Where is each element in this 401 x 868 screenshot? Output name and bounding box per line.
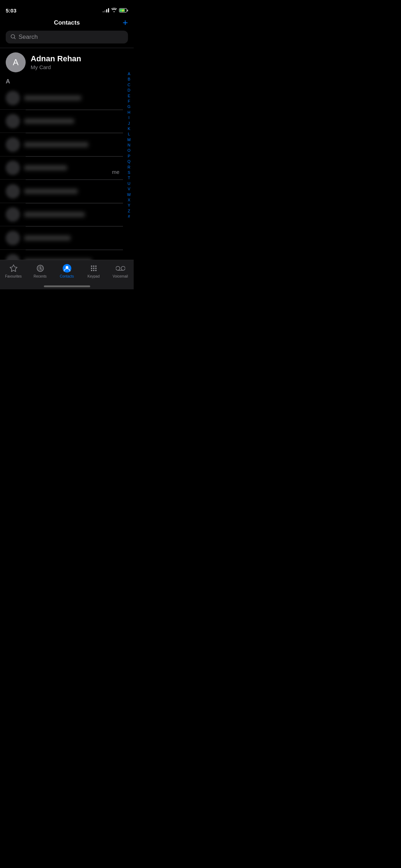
avatar: A bbox=[6, 52, 26, 72]
svg-point-9 bbox=[93, 268, 94, 269]
list-item[interactable] bbox=[0, 180, 123, 203]
alpha-P[interactable]: P bbox=[126, 154, 132, 159]
keypad-icon bbox=[89, 264, 98, 273]
list-item[interactable] bbox=[0, 87, 123, 110]
star-icon bbox=[9, 264, 18, 273]
my-card-label: My Card bbox=[31, 64, 81, 70]
svg-point-12 bbox=[93, 270, 94, 271]
alpha-D[interactable]: D bbox=[126, 88, 132, 93]
me-label: me bbox=[112, 169, 119, 175]
search-container: Search bbox=[0, 31, 134, 48]
list-item[interactable] bbox=[0, 133, 123, 156]
search-bar[interactable]: Search bbox=[6, 31, 128, 43]
alpha-G[interactable]: G bbox=[126, 104, 132, 109]
tab-favourites-label: Favourites bbox=[5, 274, 22, 278]
tab-keypad-label: Keypad bbox=[88, 274, 100, 278]
tab-voicemail-label: Voicemail bbox=[113, 274, 128, 278]
tab-contacts-label: Contacts bbox=[60, 274, 74, 278]
person-icon bbox=[62, 264, 72, 273]
alpha-Z[interactable]: Z bbox=[126, 208, 132, 214]
alphabet-index[interactable]: A B C D E F G H I J K L M N O P Q R S T … bbox=[126, 71, 132, 219]
battery-icon: ⚡ bbox=[119, 8, 128, 12]
alpha-M[interactable]: M bbox=[126, 137, 132, 143]
svg-point-13 bbox=[95, 270, 97, 271]
alpha-Q[interactable]: Q bbox=[126, 159, 132, 164]
my-card-info: Adnan Rehan My Card bbox=[31, 54, 81, 70]
tab-contacts[interactable]: Contacts bbox=[53, 264, 80, 278]
home-indicator bbox=[44, 285, 90, 287]
search-icon bbox=[11, 34, 16, 40]
voicemail-icon bbox=[116, 264, 125, 273]
alpha-V[interactable]: V bbox=[126, 186, 132, 192]
alpha-X[interactable]: X bbox=[126, 197, 132, 203]
tab-recents-label: Recents bbox=[34, 274, 47, 278]
svg-point-10 bbox=[95, 268, 97, 269]
tab-recents[interactable]: Recents bbox=[27, 264, 53, 278]
alpha-S[interactable]: S bbox=[126, 170, 132, 175]
list-item[interactable] bbox=[0, 110, 123, 133]
page-title: Contacts bbox=[54, 19, 80, 26]
header: Contacts + bbox=[0, 16, 134, 31]
tab-keypad[interactable]: Keypad bbox=[80, 264, 107, 278]
svg-point-11 bbox=[91, 270, 92, 271]
status-time: 5:03 bbox=[6, 7, 16, 14]
signal-icon bbox=[103, 8, 109, 12]
svg-line-1 bbox=[14, 38, 15, 39]
alpha-H[interactable]: H bbox=[126, 110, 132, 115]
alpha-I[interactable]: I bbox=[127, 115, 131, 120]
alpha-R[interactable]: R bbox=[126, 165, 132, 170]
alpha-W[interactable]: W bbox=[126, 192, 132, 197]
alpha-T[interactable]: T bbox=[126, 175, 132, 181]
list-item[interactable] bbox=[0, 203, 123, 226]
alpha-Y[interactable]: Y bbox=[126, 203, 132, 208]
wifi-icon bbox=[111, 7, 117, 14]
alpha-J[interactable]: J bbox=[127, 121, 132, 126]
svg-point-7 bbox=[95, 265, 97, 267]
svg-point-5 bbox=[91, 265, 92, 267]
svg-point-14 bbox=[116, 266, 120, 270]
svg-point-4 bbox=[66, 266, 68, 269]
search-placeholder: Search bbox=[19, 33, 123, 41]
alpha-A[interactable]: A bbox=[126, 71, 132, 77]
alpha-N[interactable]: N bbox=[126, 143, 132, 148]
alpha-O[interactable]: O bbox=[126, 148, 132, 153]
svg-point-8 bbox=[91, 268, 92, 269]
add-contact-button[interactable]: + bbox=[123, 18, 128, 29]
contact-list: me bbox=[0, 87, 134, 283]
alpha-C[interactable]: C bbox=[126, 82, 132, 88]
tab-favourites[interactable]: Favourites bbox=[0, 264, 27, 278]
section-header-a: A bbox=[0, 77, 134, 87]
alpha-K[interactable]: K bbox=[126, 126, 132, 131]
tab-bar: Favourites Recents Contacts bbox=[0, 260, 134, 289]
alpha-U[interactable]: U bbox=[126, 181, 132, 186]
alpha-B[interactable]: B bbox=[126, 77, 132, 82]
list-item[interactable] bbox=[0, 227, 123, 250]
tab-voicemail[interactable]: Voicemail bbox=[107, 264, 134, 278]
svg-point-6 bbox=[93, 265, 94, 267]
alpha-L[interactable]: L bbox=[127, 131, 132, 137]
alpha-F[interactable]: F bbox=[126, 99, 132, 104]
svg-point-15 bbox=[121, 266, 125, 270]
status-bar: 5:03 ⚡ bbox=[0, 0, 134, 16]
alpha-E[interactable]: E bbox=[126, 93, 132, 99]
my-card[interactable]: A Adnan Rehan My Card bbox=[0, 48, 134, 77]
status-icons: ⚡ bbox=[103, 7, 128, 14]
list-item[interactable] bbox=[0, 156, 123, 180]
alpha-hash[interactable]: # bbox=[127, 214, 132, 219]
avatar-letter: A bbox=[13, 57, 19, 67]
clock-icon bbox=[36, 264, 45, 273]
contact-name: Adnan Rehan bbox=[31, 54, 81, 63]
